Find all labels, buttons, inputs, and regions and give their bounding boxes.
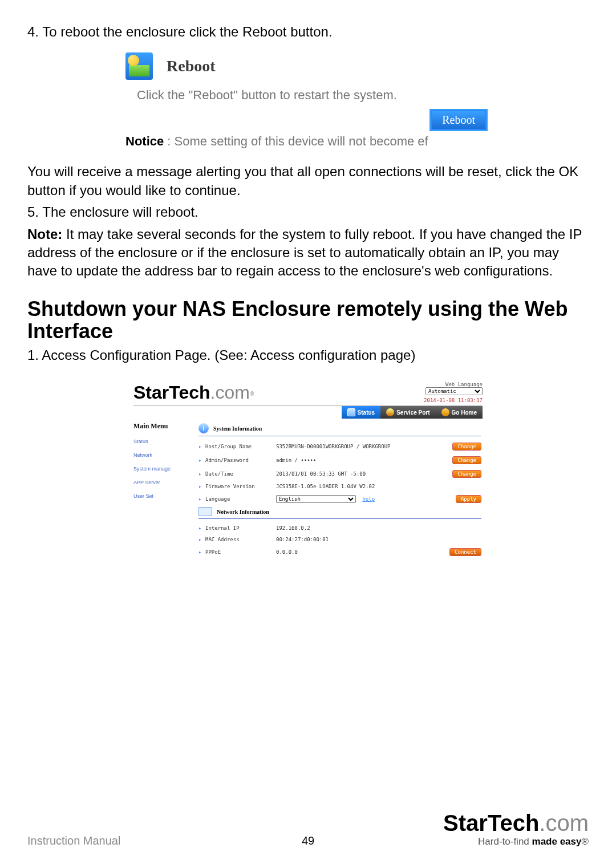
footer-brand: StarTech.com Hard-to-find made easy® — [443, 810, 589, 847]
note-label: Note: — [27, 226, 62, 242]
date-key: Date/Time — [205, 471, 274, 477]
step-4-text: 4. To reboot the enclosure click the Reb… — [27, 23, 589, 41]
note-paragraph: Note: It may take several seconds for th… — [27, 225, 589, 281]
home-icon — [441, 408, 449, 416]
mac-key: MAC Address — [205, 537, 274, 542]
paragraph-after-reboot: You will receive a message alerting you … — [27, 163, 589, 200]
admin-key: Admin/Password — [205, 457, 274, 463]
network-info-header: Network Information — [198, 506, 481, 519]
logo-part1: StarTech — [133, 382, 210, 403]
fw-val: JCS358E-1.05e LOADER 1.04V W2.02 — [276, 484, 481, 489]
sidebar-item-user-set[interactable]: User Set — [133, 493, 188, 499]
apply-language-button[interactable]: Apply — [456, 495, 481, 503]
sidebar-item-status[interactable]: Status — [133, 439, 188, 444]
reboot-button-row: Reboot — [125, 108, 491, 132]
language-select[interactable]: English — [276, 495, 356, 503]
reboot-button[interactable]: Reboot — [430, 109, 487, 131]
notice-text: : Some setting of this device will not b… — [164, 134, 428, 148]
lang-key: Language — [205, 496, 274, 502]
row-firmware: ▸ Firmware Version JCS358E-1.05e LOADER … — [198, 481, 481, 492]
host-val: S352BMU3N-D00001WORKGROUP / WORKGROUP — [276, 444, 450, 449]
section-heading-shutdown: Shutdown your NAS Enclosure remotely usi… — [27, 298, 589, 343]
date-val: 2013/01/01 00:53:33 GMT -5:00 — [276, 471, 450, 477]
change-admin-button[interactable]: Change — [452, 456, 481, 464]
network-info-title: Network Information — [217, 509, 269, 515]
config-body: Main Menu Status Network System manage A… — [125, 419, 491, 570]
footer-logo-part2: .com — [539, 810, 589, 835]
config-content: i System Information ▸ Host/Group Name S… — [194, 419, 491, 570]
web-language-label: Web Language — [424, 382, 483, 387]
row-host-group: ▸ Host/Group Name S352BMU3N-D00001WORKGR… — [198, 440, 481, 453]
notice-label: Notice — [125, 134, 164, 148]
note-text: It may take several seconds for the syst… — [27, 226, 582, 279]
row-mac-address: ▸ MAC Address 00:24:27:d0:00:01 — [198, 534, 481, 545]
sidebar: Main Menu Status Network System manage A… — [125, 419, 194, 570]
footer-tag-reg: ® — [581, 836, 589, 847]
footer-tag-pre: Hard-to-find — [478, 836, 532, 847]
reboot-subtext: Click the "Reboot" button to restart the… — [137, 88, 491, 103]
tab-home-label: Go Home — [452, 409, 477, 416]
system-info-title: System Information — [213, 425, 262, 432]
arrow-icon: ▸ — [198, 537, 203, 542]
footer-tagline: Hard-to-find made easy® — [443, 836, 589, 847]
ip-key: Internal IP — [205, 525, 274, 531]
startech-logo: StarTech.com® — [133, 382, 254, 403]
row-language: ▸ Language English help Apply — [198, 492, 481, 506]
reboot-notice: Notice : Some setting of this device wil… — [125, 134, 491, 149]
web-language-select[interactable]: Automatic — [425, 387, 483, 395]
footer-logo-part1: StarTech — [443, 810, 539, 835]
sidebar-item-system-manage[interactable]: System manage — [133, 466, 188, 472]
step-1-config-text: 1. Access Configuration Page. (See: Acce… — [27, 346, 589, 364]
service-port-icon — [386, 408, 394, 416]
reboot-title: Reboot — [167, 57, 216, 75]
admin-val: admin / ••••• — [276, 457, 450, 463]
sidebar-item-network[interactable]: Network — [133, 452, 188, 458]
config-page: StarTech.com® Web Language Automatic 201… — [125, 376, 491, 570]
pppoe-key: PPPoE — [205, 549, 274, 555]
arrow-icon: ▸ — [198, 457, 203, 463]
status-icon — [347, 408, 355, 416]
footer-page-number: 49 — [302, 834, 314, 847]
footer-logo: StarTech.com — [443, 810, 589, 836]
change-host-button[interactable]: Change — [452, 443, 481, 451]
info-icon: i — [198, 423, 209, 433]
row-admin-password: ▸ Admin/Password admin / ••••• Change — [198, 453, 481, 467]
reboot-header: Reboot — [125, 52, 491, 80]
ip-val: 192.168.0.2 — [276, 525, 481, 531]
footer-manual-label: Instruction Manual — [27, 834, 120, 847]
arrow-icon: ▸ — [198, 444, 203, 449]
arrow-icon: ▸ — [198, 484, 203, 489]
reboot-panel: Reboot Click the "Reboot" button to rest… — [125, 52, 491, 149]
sidebar-item-app-server[interactable]: APP Server — [133, 480, 188, 485]
tabs-row: Status Service Port Go Home — [125, 406, 483, 419]
config-timestamp: 2014-01-08 11:03:17 — [424, 398, 483, 403]
system-info-header: i System Information — [198, 422, 481, 436]
lang-val-wrap: English help — [276, 495, 453, 503]
arrow-icon: ▸ — [198, 549, 203, 555]
reboot-icon — [125, 52, 153, 80]
logo-reg: ® — [250, 391, 254, 398]
config-top-bar: StarTech.com® Web Language Automatic 201… — [125, 376, 491, 404]
tab-service-port[interactable]: Service Port — [380, 406, 435, 419]
row-pppoe: ▸ PPPoE 0.0.0.0 Connect — [198, 545, 481, 559]
change-date-button[interactable]: Change — [452, 470, 481, 478]
step-5-text: 5. The enclosure will reboot. — [27, 203, 589, 221]
connect-pppoe-button[interactable]: Connect — [449, 548, 481, 556]
arrow-icon: ▸ — [198, 471, 203, 477]
network-icon — [198, 507, 212, 516]
footer-tag-bold: made easy — [532, 836, 582, 847]
host-key: Host/Group Name — [205, 444, 274, 449]
page-footer: Instruction Manual 49 StarTech.com Hard-… — [27, 810, 589, 847]
tab-port-label: Service Port — [396, 409, 429, 416]
tab-status-label: Status — [358, 409, 375, 416]
fw-key: Firmware Version — [205, 484, 274, 489]
tab-status[interactable]: Status — [342, 406, 381, 419]
row-internal-ip: ▸ Internal IP 192.168.0.2 — [198, 522, 481, 534]
mac-val: 00:24:27:d0:00:01 — [276, 537, 481, 542]
help-link[interactable]: help — [362, 496, 375, 502]
row-date-time: ▸ Date/Time 2013/01/01 00:53:33 GMT -5:0… — [198, 467, 481, 481]
logo-part2: .com — [210, 382, 250, 403]
pppoe-val: 0.0.0.0 — [276, 549, 447, 555]
web-language-box: Web Language Automatic 2014-01-08 11:03:… — [424, 382, 483, 403]
tab-go-home[interactable]: Go Home — [436, 406, 483, 419]
